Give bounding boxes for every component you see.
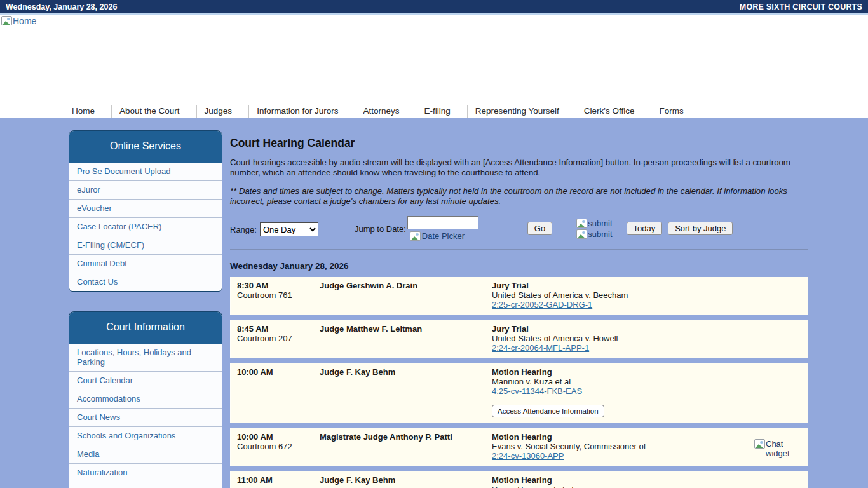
sidebar-item-court-calendar[interactable]: Court Calendar xyxy=(69,371,222,390)
sidebar-item-media[interactable]: Media xyxy=(69,445,222,463)
broken-image-icon xyxy=(576,229,587,239)
sidebar-link[interactable]: eVoucher xyxy=(77,203,112,213)
hearing-courtroom: Courtroom 761 xyxy=(237,290,320,300)
broken-image-icon xyxy=(1,16,12,25)
case-number-link[interactable]: 2:24-cr-20064-MFL-APP-1 xyxy=(492,343,589,353)
go-button[interactable]: Go xyxy=(527,222,552,235)
hearing-case-title: Rae v. Hammond et al xyxy=(492,485,803,488)
sidebar-link[interactable]: Locations, Hours, Holidays and Parking xyxy=(77,348,191,367)
sidebar-link[interactable]: E-Filing (CM/ECF) xyxy=(77,240,144,250)
hearing-row: 10:00 AM Courtroom 672 Magistrate Judge … xyxy=(230,428,808,466)
sidebar-link[interactable]: Schools and Organizations xyxy=(77,431,175,440)
top-bar: Wednesday, January 28, 2026 MORE SIXTH C… xyxy=(0,0,868,15)
nav-item-forms[interactable]: Forms xyxy=(651,105,700,118)
header: Home Home About the Court Judges Informa… xyxy=(0,15,868,118)
sidebar-link[interactable]: Accommodations xyxy=(77,394,140,403)
case-number-link[interactable]: 4:25-cv-11344-FKB-EAS xyxy=(492,386,582,396)
range-label: Range: xyxy=(230,225,257,234)
sidebar-item-case-locator-pacer[interactable]: Case Locator (PACER) xyxy=(69,217,222,236)
hearing-row: 11:00 AM Judge F. Kay Behm Motion Hearin… xyxy=(230,471,808,488)
case-number-link[interactable]: 2:24-cv-13060-APP xyxy=(492,451,564,461)
hearing-case-title: United States of America v. Howell xyxy=(492,334,803,343)
sidebar-link[interactable]: Contact Us xyxy=(77,277,118,287)
hearing-row: 8:30 AM Courtroom 761 Judge Gershwin A. … xyxy=(230,277,808,315)
sidebar-link[interactable]: Criminal Debt xyxy=(77,259,127,268)
hearing-time: 11:00 AM xyxy=(237,475,320,485)
sidebar-item-pro-se-document-upload[interactable]: Pro Se Document Upload xyxy=(69,163,222,180)
sidebar: Online Services Pro Se Document Upload e… xyxy=(69,118,222,488)
sidebar-link[interactable]: Naturalization xyxy=(77,468,128,477)
sidebar-link[interactable]: Court Calendar xyxy=(77,376,133,385)
today-button[interactable]: Today xyxy=(627,222,663,235)
nav-item-home[interactable]: Home xyxy=(64,105,111,118)
sidebar-link[interactable]: Court News xyxy=(77,412,120,422)
sidebar-item-locations-hours[interactable]: Locations, Hours, Holidays and Parking xyxy=(69,344,222,371)
main-navigation: Home About the Court Judges Information … xyxy=(0,104,868,118)
sidebar-item-cases-of-interest[interactable]: Cases of Interest xyxy=(69,482,222,488)
jump-to-date-group: Jump to Date: Date Picker xyxy=(355,216,478,241)
jump-to-date-label: Jump to Date: xyxy=(355,224,406,241)
intro-paragraph: Court hearings accessible by audio strea… xyxy=(230,158,808,177)
current-date: Wednesday, January 28, 2026 xyxy=(6,3,117,11)
hearing-time: 8:45 AM xyxy=(237,324,320,334)
online-services-box: Online Services Pro Se Document Upload e… xyxy=(69,130,222,292)
hearing-row: 8:45 AM Courtroom 207 Judge Matthew F. L… xyxy=(230,320,808,358)
chat-widget[interactable]: Chat widget xyxy=(754,439,794,458)
hearing-type: Motion Hearing xyxy=(492,367,803,377)
nav-item-information-for-jurors[interactable]: Information for Jurors xyxy=(248,105,355,118)
date-picker[interactable]: Date Picker xyxy=(410,231,478,241)
submit-alt-text: submit xyxy=(588,219,612,228)
hearing-judge: Judge Gershwin A. Drain xyxy=(320,281,492,309)
nav-item-attorneys[interactable]: Attorneys xyxy=(355,105,416,118)
sidebar-link[interactable]: Pro Se Document Upload xyxy=(77,166,170,176)
range-select[interactable]: One Day xyxy=(260,222,318,236)
page-title: Court Hearing Calendar xyxy=(230,137,808,150)
sidebar-item-naturalization[interactable]: Naturalization xyxy=(69,463,222,482)
submit-alt-text: submit xyxy=(588,229,612,239)
broken-image-icon xyxy=(410,231,421,241)
sidebar-item-ejuror[interactable]: eJuror xyxy=(69,180,222,199)
hearing-judge: Judge F. Kay Behm xyxy=(320,367,492,417)
calendar-controls: Range: One Day Jump to Date: Date Picker… xyxy=(230,216,808,241)
main-column: Court Hearing Calendar Court hearings ac… xyxy=(230,118,808,488)
sidebar-link[interactable]: eJuror xyxy=(77,185,100,194)
nav-item-clerks-office[interactable]: Clerk's Office xyxy=(576,105,651,118)
online-services-title: Online Services xyxy=(69,131,222,163)
disclaimer-note: ** Dates and times are subject to change… xyxy=(230,186,808,206)
nav-item-judges[interactable]: Judges xyxy=(196,105,249,118)
nav-item-about-the-court[interactable]: About the Court xyxy=(111,105,196,118)
sidebar-link[interactable]: Case Locator (PACER) xyxy=(77,222,161,231)
sidebar-item-e-filing-cmecf[interactable]: E-Filing (CM/ECF) xyxy=(69,236,222,254)
hearing-judge: Magistrate Judge Anthony P. Patti xyxy=(320,432,492,461)
sidebar-item-criminal-debt[interactable]: Criminal Debt xyxy=(69,254,222,273)
access-attendance-information-button[interactable]: Access Attendance Information xyxy=(492,405,604,417)
jump-to-date-input[interactable] xyxy=(407,216,478,229)
sidebar-item-accommodations[interactable]: Accommodations xyxy=(69,390,222,408)
more-sixth-circuit-courts-link[interactable]: MORE SIXTH CIRCUIT COURTS xyxy=(740,3,862,11)
sidebar-item-schools-and-organizations[interactable]: Schools and Organizations xyxy=(69,426,222,445)
sidebar-item-court-news[interactable]: Court News xyxy=(69,408,222,426)
hearing-case-title: Mannion v. Kuza et al xyxy=(492,377,803,386)
submit-image-1[interactable]: submit xyxy=(576,219,612,228)
date-picker-alt-text: Date Picker xyxy=(422,231,465,241)
sidebar-item-evoucher[interactable]: eVoucher xyxy=(69,199,222,217)
home-logo-alt-text: Home xyxy=(13,16,36,26)
nav-item-e-filing[interactable]: E-filing xyxy=(416,105,466,118)
sort-by-judge-button[interactable]: Sort by Judge xyxy=(668,222,733,235)
sidebar-link[interactable]: Media xyxy=(77,449,99,459)
sidebar-item-contact-us[interactable]: Contact Us xyxy=(69,273,222,291)
broken-image-icon xyxy=(754,439,765,449)
case-number-link[interactable]: 2:25-cr-20052-GAD-DRG-1 xyxy=(492,300,592,309)
page-content: Online Services Pro Se Document Upload e… xyxy=(0,118,868,488)
hearings-list: 8:30 AM Courtroom 761 Judge Gershwin A. … xyxy=(230,277,808,488)
hearing-type: Jury Trial xyxy=(492,281,803,290)
divider xyxy=(230,249,808,250)
home-logo-link[interactable]: Home xyxy=(1,16,36,26)
hearing-courtroom: Courtroom 207 xyxy=(237,334,320,343)
hearing-row: 10:00 AM Judge F. Kay Behm Motion Hearin… xyxy=(230,363,808,423)
hearing-time: 10:00 AM xyxy=(237,432,320,442)
chat-widget-alt-text: Chat widget xyxy=(766,439,794,458)
nav-item-representing-yourself[interactable]: Representing Yourself xyxy=(467,105,576,118)
court-information-box: Court Information Locations, Hours, Holi… xyxy=(69,311,222,488)
submit-image-2[interactable]: submit xyxy=(576,229,612,239)
